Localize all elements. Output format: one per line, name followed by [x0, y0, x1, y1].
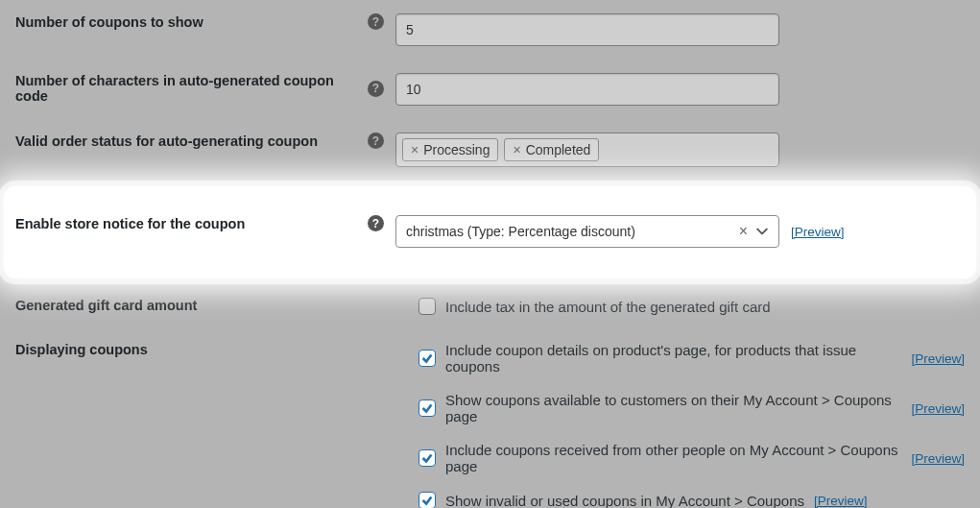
row-number-of-characters: Number of characters in auto-generated c…: [0, 60, 980, 119]
display-option-label: Include coupons received from other peop…: [445, 442, 901, 474]
display-option-label: Include coupon details on product's page…: [445, 342, 901, 375]
label-col: Valid order status for auto-generating c…: [15, 133, 395, 149]
store-notice-select[interactable]: christmas (Type: Percentage discount) ×: [395, 215, 779, 248]
help-icon[interactable]: ?: [368, 13, 384, 30]
displaying-options-stack: Include coupon details on product's page…: [418, 342, 965, 508]
help-icon[interactable]: ?: [368, 133, 384, 149]
tag-label: Processing: [423, 142, 490, 157]
row-displaying-coupons: Displaying coupons Include coupon detail…: [0, 328, 980, 508]
label-store-notice: Enable store notice for the coupon: [15, 216, 245, 231]
help-icon[interactable]: ?: [368, 215, 384, 231]
label-col: Displaying coupons: [15, 342, 395, 357]
field-col: [395, 73, 965, 106]
valid-order-status-multiselect[interactable]: × Processing × Completed: [395, 133, 779, 167]
gift-card-tax-option: Include tax in the amount of the generat…: [418, 298, 771, 315]
display-option: Include coupon details on product's page…: [418, 342, 965, 375]
display-option-checkbox[interactable]: [418, 399, 436, 417]
display-option-checkbox[interactable]: [418, 449, 436, 467]
number-of-coupons-input[interactable]: [395, 13, 779, 46]
chevron-down-icon[interactable]: [755, 225, 769, 238]
label-col: Generated gift card amount: [15, 298, 395, 313]
settings-form: Number of coupons to show ? Number of ch…: [0, 0, 980, 508]
field-col: Include tax in the amount of the generat…: [395, 298, 965, 315]
remove-tag-icon[interactable]: ×: [513, 142, 520, 157]
field-col: Include coupon details on product's page…: [395, 342, 965, 508]
label-valid-order-status: Valid order status for auto-generating c…: [15, 133, 318, 149]
label-number-of-coupons: Number of coupons to show: [15, 14, 203, 30]
status-tag-processing[interactable]: × Processing: [402, 138, 498, 161]
display-option-label: Show invalid or used coupons in My Accou…: [445, 493, 804, 509]
preview-link[interactable]: [Preview]: [911, 401, 965, 416]
label-displaying-coupons: Displaying coupons: [15, 342, 148, 357]
row-number-of-coupons: Number of coupons to show ?: [0, 0, 980, 60]
store-notice-selected-text: christmas (Type: Percentage discount): [406, 224, 731, 239]
label-col: Number of characters in auto-generated c…: [15, 73, 395, 104]
display-option: Show invalid or used coupons in My Accou…: [418, 492, 965, 508]
display-option-label: Show coupons available to customers on t…: [445, 392, 901, 424]
label-col: Number of coupons to show ?: [15, 13, 395, 30]
preview-link[interactable]: [Preview]: [911, 351, 965, 366]
row-store-notice: Enable store notice for the coupon ? chr…: [4, 186, 976, 278]
remove-tag-icon[interactable]: ×: [411, 142, 418, 157]
tag-label: Completed: [526, 142, 591, 157]
field-col: christmas (Type: Percentage discount) × …: [395, 215, 965, 248]
label-col: Enable store notice for the coupon ?: [15, 215, 395, 231]
preview-link-store-notice[interactable]: [Preview]: [791, 225, 845, 239]
gift-card-tax-label: Include tax in the amount of the generat…: [445, 299, 771, 315]
status-tag-completed[interactable]: × Completed: [504, 138, 599, 161]
preview-link[interactable]: [Preview]: [814, 494, 868, 508]
row-valid-order-status: Valid order status for auto-generating c…: [0, 119, 980, 181]
display-option: Include coupons received from other peop…: [418, 442, 965, 474]
display-option: Show coupons available to customers on t…: [418, 392, 965, 424]
number-of-characters-input[interactable]: [395, 73, 779, 106]
help-icon[interactable]: ?: [368, 81, 384, 97]
label-number-of-characters: Number of characters in auto-generated c…: [15, 73, 360, 104]
label-generated-gift-card: Generated gift card amount: [15, 298, 197, 313]
gift-card-tax-checkbox[interactable]: [418, 298, 436, 315]
field-col: × Processing × Completed: [395, 133, 965, 167]
preview-link[interactable]: [Preview]: [911, 451, 965, 466]
clear-selection-icon[interactable]: ×: [737, 223, 750, 240]
row-generated-gift-card: Generated gift card amount Include tax i…: [0, 284, 980, 328]
display-option-checkbox[interactable]: [418, 492, 436, 508]
field-col: [395, 13, 965, 46]
display-option-checkbox[interactable]: [418, 350, 436, 367]
